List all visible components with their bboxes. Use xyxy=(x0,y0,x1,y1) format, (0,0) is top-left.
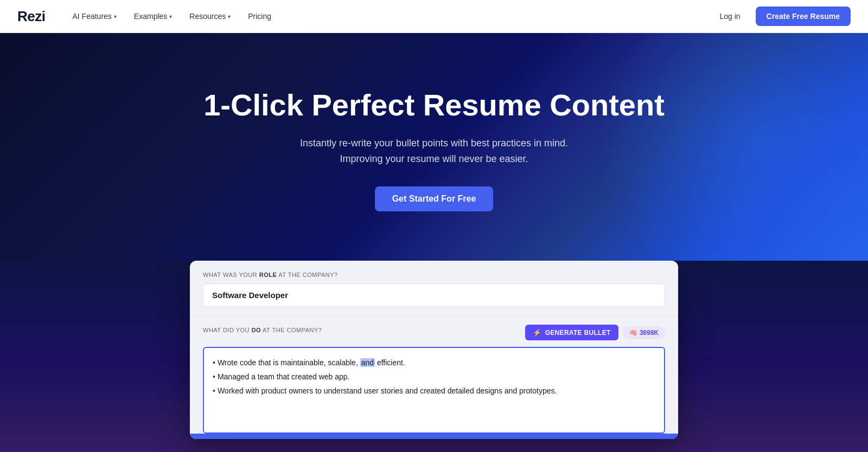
generate-bullet-button[interactable]: ⚡ GENERATE BULLET xyxy=(525,325,618,340)
role-label: WHAT WAS YOUR ROLE AT THE COMPANY? xyxy=(203,272,665,278)
logo[interactable]: Rezi xyxy=(17,8,45,25)
role-label-bold: ROLE xyxy=(259,272,277,278)
bullet-text-2: Managed a team that created web app. xyxy=(218,371,350,384)
nav-label-examples: Examples xyxy=(134,12,167,21)
nav-item-resources[interactable]: Resources ▾ xyxy=(182,8,238,25)
navbar: Rezi AI Features ▾ Examples ▾ Resources … xyxy=(0,0,868,33)
nav-label-ai-features: AI Features xyxy=(72,12,111,21)
bullet-label-suffix: AT THE COMPANY? xyxy=(261,327,322,333)
bullet-text-1: Wrote code that is maintainable, scalabl… xyxy=(218,357,405,370)
create-resume-button[interactable]: Create Free Resume xyxy=(756,7,851,26)
hero-subtitle-line2: Improving your resume will never be easi… xyxy=(340,153,528,164)
bullet-line-3: • Worked with product owners to understa… xyxy=(213,385,655,398)
nav-item-pricing[interactable]: Pricing xyxy=(240,8,279,25)
bullet-line-1: • Wrote code that is maintainable, scala… xyxy=(213,357,655,370)
bullet-dot: • xyxy=(213,385,215,398)
highlight-and: and xyxy=(360,358,375,367)
bullet-text-3: Worked with product owners to understand… xyxy=(218,385,557,398)
navbar-right: Log in Create Free Resume xyxy=(713,7,851,26)
hero-subtitle: Instantly re-write your bullet points wi… xyxy=(300,135,568,167)
hero-section: 1-Click Perfect Resume Content Instantly… xyxy=(0,33,868,261)
nav-label-pricing: Pricing xyxy=(248,12,271,21)
token-count: 3698K xyxy=(640,329,659,337)
bolt-icon: ⚡ xyxy=(533,328,541,337)
hero-title: 1-Click Perfect Resume Content xyxy=(203,88,665,122)
token-badge: 🧠 3698K xyxy=(623,326,665,339)
get-started-button[interactable]: Get Started For Free xyxy=(375,186,494,211)
bullet-line-2: • Managed a team that created web app. xyxy=(213,371,655,384)
demo-section: WHAT WAS YOUR ROLE AT THE COMPANY? Softw… xyxy=(0,261,868,452)
generate-label: GENERATE BULLET xyxy=(545,329,611,337)
bullet-block: WHAT DID YOU DO AT THE COMPANY? ⚡ GENERA… xyxy=(190,316,678,434)
bullet-label-bold: DO xyxy=(252,327,261,333)
chevron-down-icon: ▾ xyxy=(228,14,231,20)
demo-card: WHAT WAS YOUR ROLE AT THE COMPANY? Softw… xyxy=(190,261,678,439)
role-block: WHAT WAS YOUR ROLE AT THE COMPANY? Softw… xyxy=(190,261,678,316)
nav-item-ai-features[interactable]: AI Features ▾ xyxy=(65,8,124,25)
hero-subtitle-line1: Instantly re-write your bullet points wi… xyxy=(300,138,568,148)
nav-item-examples[interactable]: Examples ▾ xyxy=(126,8,180,25)
nav-menu: AI Features ▾ Examples ▾ Resources ▾ Pri… xyxy=(65,8,713,25)
nav-label-resources: Resources xyxy=(189,12,226,21)
role-label-suffix: AT THE COMPANY? xyxy=(277,272,337,278)
role-value: Software Developer xyxy=(212,290,288,300)
bullet-label-prefix: WHAT DID YOU xyxy=(203,327,252,333)
bullet-label: WHAT DID YOU DO AT THE COMPANY? xyxy=(203,327,322,333)
role-input[interactable]: Software Developer xyxy=(203,283,665,307)
chevron-down-icon: ▾ xyxy=(169,14,172,20)
role-label-prefix: WHAT WAS YOUR xyxy=(203,272,259,278)
brain-icon: 🧠 xyxy=(629,329,637,337)
bullet-dot: • xyxy=(213,357,215,370)
login-button[interactable]: Log in xyxy=(713,8,746,25)
generate-row: ⚡ GENERATE BULLET 🧠 3698K xyxy=(525,325,665,340)
bullet-textarea[interactable]: • Wrote code that is maintainable, scala… xyxy=(203,347,665,434)
demo-footer-bar xyxy=(190,434,678,439)
bullet-dot: • xyxy=(213,371,215,384)
chevron-down-icon: ▾ xyxy=(114,14,117,20)
bullet-label-row: WHAT DID YOU DO AT THE COMPANY? ⚡ GENERA… xyxy=(203,325,665,340)
